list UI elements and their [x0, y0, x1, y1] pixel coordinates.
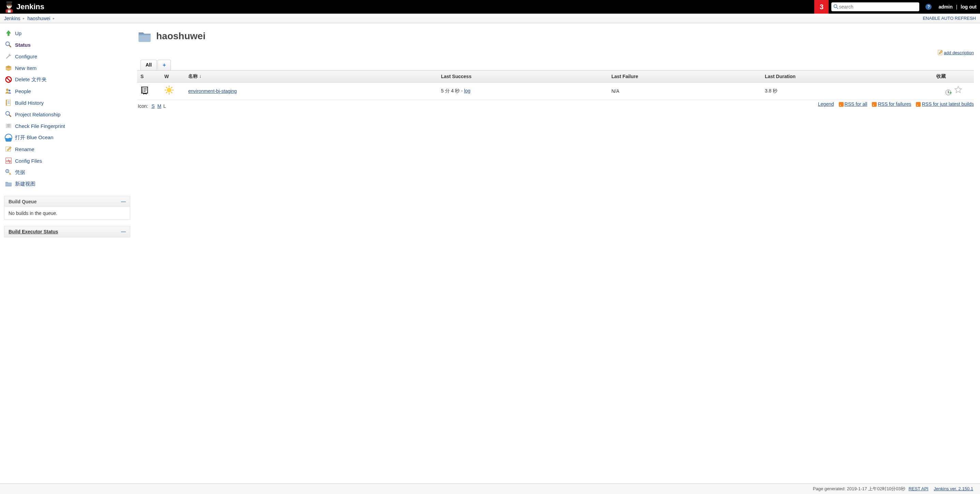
- build-queue-body: No builds in the queue.: [5, 207, 130, 219]
- chevron-right-icon: ▸: [53, 16, 54, 20]
- sidebar-item-new-view[interactable]: 新建视图: [4, 178, 130, 190]
- col-favorite[interactable]: 收藏: [933, 71, 974, 83]
- tab-add[interactable]: +: [158, 60, 171, 70]
- job-link[interactable]: environment-bj-staging: [188, 88, 237, 94]
- key-icon: [4, 168, 13, 177]
- favorite-star-icon[interactable]: [954, 87, 962, 96]
- sidebar-item-up[interactable]: Up: [4, 27, 130, 39]
- logo[interactable]: Jenkins: [0, 1, 46, 13]
- svg-line-41: [166, 87, 167, 88]
- svg-line-19: [9, 115, 11, 117]
- col-name[interactable]: 名称 ↓: [185, 71, 438, 83]
- sidebar-item-build-history[interactable]: Build History: [4, 97, 130, 108]
- search-box[interactable]: [831, 2, 919, 11]
- icon-size-l: L: [163, 104, 166, 109]
- sun-icon: [164, 88, 174, 97]
- status-cell: [137, 83, 161, 100]
- search-icon: [4, 110, 13, 119]
- col-last-duration[interactable]: Last Duration: [761, 71, 933, 83]
- add-description-link[interactable]: add description: [944, 50, 974, 55]
- last-success-cell: 5 分 4 秒 - log: [438, 83, 608, 100]
- favorite-cell: [933, 83, 974, 100]
- svg-line-8: [9, 45, 11, 48]
- sidebar-item-rename[interactable]: Rename: [4, 143, 130, 155]
- help-icon[interactable]: ?: [926, 4, 932, 10]
- build-executor-link[interactable]: Build Executor Status: [8, 229, 58, 234]
- svg-point-4: [10, 6, 11, 6]
- no-entry-icon: [4, 75, 13, 84]
- legend-link[interactable]: Legend: [818, 101, 834, 107]
- svg-point-31: [142, 89, 143, 90]
- svg-rect-34: [143, 90, 146, 91]
- rss-icon: [872, 102, 877, 107]
- table-header-row: S W 名称 ↓ Last Success Last Failure Last …: [137, 71, 974, 83]
- edit-icon: [4, 145, 13, 153]
- weather-cell: [161, 83, 185, 100]
- tab-all[interactable]: All: [140, 60, 157, 70]
- icon-size-m[interactable]: M: [157, 104, 161, 109]
- svg-line-43: [171, 87, 172, 88]
- folder-icon: [137, 29, 152, 44]
- svg-point-12: [8, 89, 11, 91]
- sidebar-item-blue-ocean[interactable]: 打开 Blue Ocean: [4, 132, 130, 143]
- log-link[interactable]: log: [464, 88, 471, 94]
- view-tabs: All +: [140, 60, 974, 70]
- svg-line-42: [171, 92, 172, 93]
- fingerprint-icon: [4, 121, 13, 130]
- sidebar-item-config-files[interactable]: cfgConfig Files: [4, 155, 130, 166]
- rss-all-link[interactable]: RSS for all: [845, 101, 867, 107]
- blue-ocean-icon: [4, 133, 13, 142]
- sidebar-item-credentials[interactable]: 凭据: [4, 166, 130, 178]
- notification-badge[interactable]: 3: [814, 0, 829, 14]
- brand-text: Jenkins: [16, 2, 45, 11]
- sidebar-item-delete[interactable]: Delete 文件夹: [4, 74, 130, 85]
- sidebar-item-project-relationship[interactable]: Project Relationship: [4, 108, 130, 120]
- sidebar-item-fingerprint[interactable]: Check File Fingerprint: [4, 120, 130, 132]
- last-duration-cell: 3.8 秒: [761, 83, 933, 100]
- svg-point-26: [7, 171, 8, 172]
- svg-rect-33: [143, 88, 146, 89]
- svg-rect-35: [143, 91, 146, 92]
- rss-latest-link[interactable]: RSS for just latest builds: [922, 101, 974, 107]
- svg-line-44: [166, 92, 167, 93]
- add-description-wrap: add description: [137, 50, 974, 56]
- sidebar-item-people[interactable]: People: [4, 85, 130, 97]
- logout-link[interactable]: log out: [957, 4, 980, 10]
- svg-text:cfg: cfg: [6, 160, 11, 163]
- build-executor-pane: Build Executor Status —: [4, 226, 130, 237]
- rss-failures-link[interactable]: RSS for failures: [878, 101, 911, 107]
- col-last-success[interactable]: Last Success: [438, 71, 608, 83]
- svg-line-6: [837, 8, 838, 9]
- col-last-failure[interactable]: Last Failure: [608, 71, 761, 83]
- icon-size-selector: Icon: S M L: [137, 100, 167, 114]
- search-input[interactable]: [839, 4, 917, 10]
- icon-size-s[interactable]: S: [151, 104, 154, 109]
- main-heading: haoshuwei: [137, 29, 974, 44]
- user-link[interactable]: admin: [935, 4, 956, 10]
- wrench-icon: [4, 52, 13, 61]
- build-queue-pane: Build Queue — No builds in the queue.: [4, 196, 130, 220]
- cfg-icon: cfg: [4, 156, 13, 165]
- svg-point-7: [6, 42, 10, 46]
- breadcrumb-folder[interactable]: haoshuwei: [27, 16, 50, 21]
- sidebar-item-status[interactable]: Status: [4, 39, 130, 51]
- svg-point-3: [8, 6, 8, 6]
- sidebar-item-configure[interactable]: Configure: [4, 51, 130, 62]
- svg-line-10: [7, 78, 11, 81]
- col-status[interactable]: S: [137, 71, 161, 83]
- collapse-icon[interactable]: —: [121, 199, 126, 204]
- col-weather[interactable]: W: [161, 71, 185, 83]
- svg-point-11: [6, 89, 8, 91]
- breadcrumb-root[interactable]: Jenkins: [4, 16, 20, 21]
- collapse-icon[interactable]: —: [121, 229, 126, 234]
- svg-point-36: [167, 88, 172, 92]
- svg-rect-1: [6, 2, 12, 3]
- sidebar-item-new-item[interactable]: New Item: [4, 62, 130, 74]
- auto-refresh-link[interactable]: ENABLE AUTO REFRESH: [923, 16, 976, 21]
- pipeline-icon: [140, 86, 150, 95]
- schedule-build-icon[interactable]: [945, 88, 953, 97]
- top-header: Jenkins 3 ? admin | log out: [0, 0, 980, 14]
- package-icon: [4, 64, 13, 72]
- people-icon: [4, 87, 13, 96]
- svg-point-32: [142, 91, 143, 91]
